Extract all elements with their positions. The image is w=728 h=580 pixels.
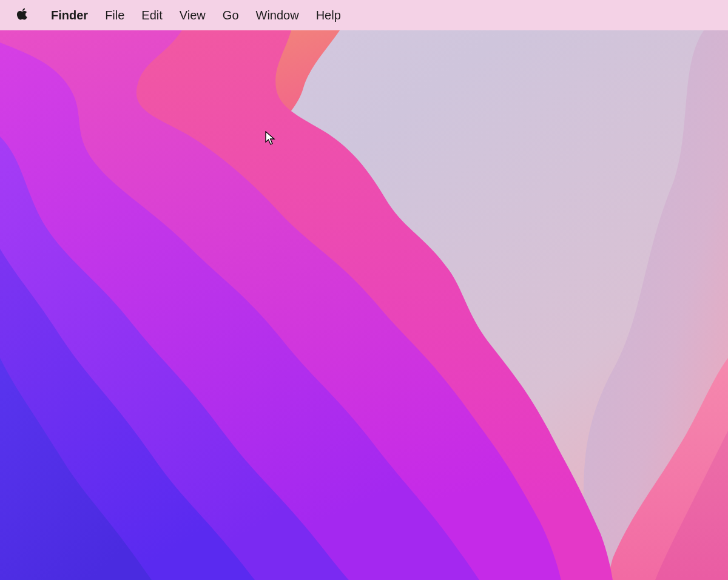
- menu-view[interactable]: View: [171, 0, 214, 30]
- menu-go[interactable]: Go: [214, 0, 248, 30]
- menu-help[interactable]: Help: [308, 0, 349, 30]
- desktop-wallpaper: [0, 30, 728, 580]
- menu-file[interactable]: File: [96, 0, 133, 30]
- menu-edit[interactable]: Edit: [133, 0, 170, 30]
- apple-logo-icon: [16, 7, 29, 24]
- menubar-app-name[interactable]: Finder: [42, 0, 96, 30]
- menu-window[interactable]: Window: [248, 0, 308, 30]
- apple-menu[interactable]: [16, 8, 29, 22]
- menubar: Finder File Edit View Go Window Help: [0, 0, 728, 30]
